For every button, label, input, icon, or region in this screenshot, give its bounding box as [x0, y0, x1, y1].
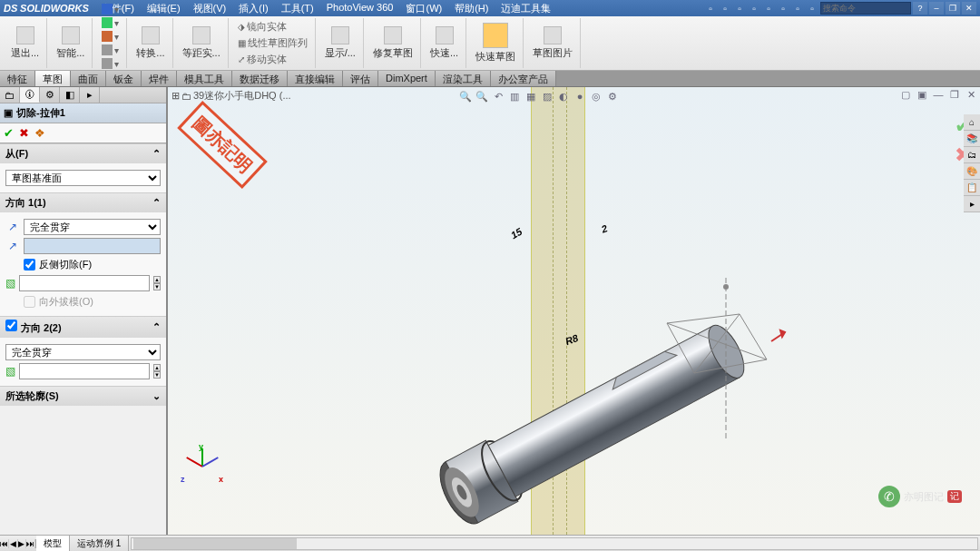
zoom-fit-icon[interactable]: 🔍 — [458, 89, 473, 103]
from-section-header[interactable]: 从(F)⌃ — [0, 144, 166, 163]
apply-scene-icon[interactable]: ◎ — [589, 89, 603, 103]
doc-restore-icon[interactable]: — — [931, 87, 946, 102]
fm-tab-tree-icon[interactable]: 🗀 — [0, 87, 20, 103]
horizontal-scrollbar[interactable] — [131, 537, 978, 550]
tab-sheetmetal[interactable]: 钣金 — [106, 71, 142, 86]
std-redo-icon[interactable]: ▫ — [777, 2, 789, 15]
convert-button[interactable]: 转换... — [134, 25, 166, 62]
circle-tool-icon[interactable]: ▾ — [100, 30, 121, 43]
std-open-icon[interactable]: ▫ — [719, 2, 731, 15]
smart-dim-button[interactable]: 智能... — [54, 25, 86, 62]
doc-tile-icon[interactable]: ▣ — [915, 87, 929, 102]
std-save-icon[interactable]: ▫ — [733, 2, 746, 15]
motion-tab[interactable]: 运动算例 1 — [70, 536, 129, 552]
edit-appear-icon[interactable]: ● — [573, 89, 587, 103]
display-style-icon[interactable]: ▨ — [540, 89, 554, 103]
mirror-button[interactable]: ⬗ 镜向实体 — [236, 19, 309, 34]
tab-first-icon[interactable]: ⏮ — [0, 539, 9, 548]
expand-tree-icon[interactable]: ⊞ — [172, 90, 180, 102]
tab-render[interactable]: 渲染工具 — [436, 71, 491, 86]
prev-view-icon[interactable]: ↶ — [491, 89, 505, 103]
document-breadcrumb[interactable]: ⊞ 🗀 39迷你小手电DHQ (... — [172, 89, 291, 103]
dir2-input[interactable] — [19, 363, 150, 379]
tab-surface[interactable]: 曲面 — [71, 71, 106, 86]
command-search-input[interactable] — [820, 2, 911, 15]
tab-dimxpert[interactable]: DimXpert — [378, 71, 436, 86]
taskpane-view-icon[interactable]: 🎨 — [964, 163, 980, 180]
dir2-end-select[interactable]: 完全贯穿 — [5, 344, 161, 360]
std-options-icon[interactable]: ▫ — [791, 2, 804, 15]
tab-next-icon[interactable]: ▶ — [18, 539, 27, 548]
menu-maidi[interactable]: 迈迪工具集 — [495, 1, 556, 16]
dir2-section-header[interactable]: 方向 2(2) ⌃ — [0, 317, 166, 338]
menu-view[interactable]: 视图(V) — [188, 1, 232, 16]
doc-max-icon[interactable]: ❐ — [947, 87, 962, 102]
fm-tab-property-icon[interactable]: 🛈 — [20, 87, 40, 103]
std-new-icon[interactable]: ▫ — [704, 2, 717, 15]
dir1-section-header[interactable]: 方向 1(1)⌃ — [0, 193, 166, 212]
close-icon[interactable]: ✕ — [962, 2, 976, 15]
zoom-area-icon[interactable]: 🔍 — [475, 89, 489, 103]
spin-up-icon[interactable]: ▲ — [153, 364, 161, 371]
quicksketch-button[interactable]: 快速草图 — [474, 21, 517, 65]
exit-sketch-button[interactable]: 退出... — [9, 25, 41, 62]
quick-button[interactable]: 快速... — [428, 25, 460, 62]
help-icon[interactable]: ? — [913, 2, 927, 15]
tab-mold[interactable]: 模具工具 — [177, 71, 232, 86]
draft-icon[interactable]: ▧ — [5, 276, 15, 290]
sketchpic-button[interactable]: 草图图片 — [531, 25, 574, 62]
tab-last-icon[interactable]: ⏭ — [26, 539, 35, 548]
view-settings-icon[interactable]: ⚙ — [605, 89, 620, 103]
maximize-icon[interactable]: ❐ — [946, 2, 960, 15]
std-print-icon[interactable]: ▫ — [748, 2, 760, 15]
taskpane-props-icon[interactable]: 📋 — [964, 180, 980, 196]
contours-section-header[interactable]: 所选轮廓(S)⌄ — [0, 387, 166, 406]
dir1-vector-input[interactable] — [24, 238, 161, 254]
std-undo-icon[interactable]: ▫ — [762, 2, 775, 15]
doc-min-icon[interactable]: ▢ — [898, 87, 913, 102]
draft2-icon[interactable]: ▧ — [5, 364, 15, 379]
minimize-icon[interactable]: – — [929, 2, 944, 15]
direction-icon[interactable]: ↗ — [5, 239, 20, 253]
tab-office[interactable]: 办公室产品 — [491, 71, 556, 86]
menu-photoview[interactable]: PhotoView 360 — [321, 1, 399, 16]
arc-tool-icon[interactable]: ▾ — [100, 44, 121, 56]
line-tool-icon[interactable]: ▾ — [100, 3, 121, 15]
cancel-button[interactable]: ✖ — [19, 126, 29, 140]
taskpane-explorer-icon[interactable]: 🗂 — [964, 147, 980, 163]
fm-tab-display-icon[interactable]: ◧ — [60, 87, 80, 103]
section-view-icon[interactable]: ▥ — [507, 89, 522, 103]
move-button[interactable]: ⤢ 移动实体 — [236, 52, 309, 67]
menu-window[interactable]: 窗口(W) — [400, 1, 447, 16]
dir2-enable-checkbox[interactable] — [5, 320, 17, 331]
model-tab[interactable]: 模型 — [36, 536, 70, 552]
repair-button[interactable]: 修复草图 — [371, 25, 415, 62]
rect-tool-icon[interactable]: ▾ — [100, 16, 121, 29]
spin-up-icon[interactable]: ▲ — [153, 276, 161, 283]
draft-input[interactable] — [19, 275, 150, 291]
fm-tab-extra-icon[interactable]: ▸ — [80, 87, 100, 103]
std-rebuild-icon[interactable]: ▫ — [806, 2, 818, 15]
tab-directedit[interactable]: 直接编辑 — [288, 71, 343, 86]
detail-button[interactable]: ❖ — [34, 126, 45, 140]
from-select[interactable]: 草图基准面 — [5, 170, 161, 186]
menu-edit[interactable]: 编辑(E) — [142, 1, 186, 16]
3d-scene[interactable]: 15 2 R8 圖亦記明 — [168, 87, 980, 535]
dimension-2[interactable]: 2 — [600, 222, 609, 234]
part-model[interactable] — [368, 241, 803, 535]
reverse-dir-icon[interactable]: ↗ — [5, 220, 20, 234]
tab-feature[interactable]: 特征 — [0, 71, 35, 86]
tab-migration[interactable]: 数据迁移 — [232, 71, 288, 86]
ok-button[interactable]: ✔ — [4, 126, 14, 140]
taskpane-resources-icon[interactable]: ⌂ — [964, 114, 980, 131]
spline-tool-icon[interactable]: ▾ — [100, 57, 121, 70]
menu-help[interactable]: 帮助(H) — [449, 1, 494, 16]
spin-down-icon[interactable]: ▼ — [153, 371, 161, 379]
menu-insert[interactable]: 插入(I) — [233, 1, 273, 16]
triad[interactable]: y x z — [179, 444, 224, 489]
pattern-button[interactable]: ▦ 线性草图阵列 — [236, 35, 309, 51]
tab-sketch[interactable]: 草图 — [35, 71, 71, 86]
view-orient-icon[interactable]: ▦ — [524, 89, 538, 103]
tab-evaluate[interactable]: 评估 — [343, 71, 378, 86]
tab-prev-icon[interactable]: ◀ — [9, 539, 18, 548]
